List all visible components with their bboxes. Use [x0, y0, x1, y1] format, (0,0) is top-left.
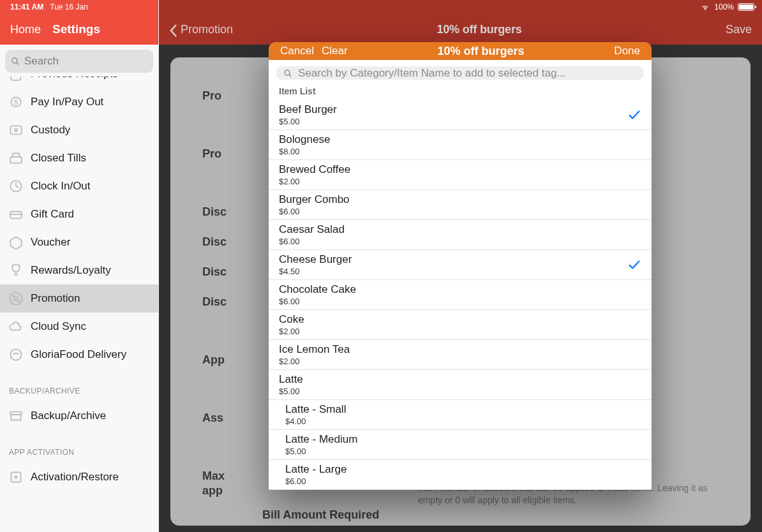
item-name: Brewed Coffee: [279, 163, 641, 176]
sidebar-list-clip: Previous Receipts $ Pay In/Pay Out Custo…: [0, 77, 158, 532]
item-row[interactable]: Latte$5.00: [269, 370, 652, 400]
item-list[interactable]: Beef Burger$5.00Bolognese$8.00Brewed Cof…: [269, 100, 652, 490]
item-row[interactable]: Coke$2.00: [269, 310, 652, 340]
sidebar-item-label: Custody: [31, 124, 70, 137]
sidebar-item-closed-tills[interactable]: Closed Tills: [0, 144, 158, 172]
sidebar-list[interactable]: Previous Receipts $ Pay In/Pay Out Custo…: [0, 77, 158, 491]
item-name: Burger Combo: [279, 193, 641, 206]
sidebar-item-label: Promotion: [31, 292, 80, 305]
sidebar-item-rewards[interactable]: Rewards/Loyalty: [0, 256, 158, 284]
sidebar-item-pay-in-out[interactable]: $ Pay In/Pay Out: [0, 88, 158, 116]
save-button[interactable]: Save: [726, 23, 752, 36]
item-price: $5.00: [285, 447, 641, 456]
sidebar-item-voucher[interactable]: Voucher: [0, 228, 158, 256]
archive-icon: [8, 408, 24, 424]
svg-line-17: [13, 296, 19, 302]
item-name: Ice Lemon Tea: [279, 343, 641, 356]
sidebar-item-label: Closed Tills: [31, 152, 86, 165]
sidebar-item-gloriafood[interactable]: GloriaFood Delivery: [0, 341, 158, 369]
clear-button[interactable]: Clear: [322, 45, 348, 57]
item-row[interactable]: Latte - Medium$5.00: [269, 430, 652, 460]
home-button[interactable]: Home: [10, 23, 41, 36]
sidebar-item-label: Cloud Sync: [31, 320, 86, 333]
svg-point-0: [12, 58, 17, 63]
sidebar-item-label: Activation/Restore: [31, 471, 119, 484]
item-row[interactable]: Brewed Coffee$2.00: [269, 160, 652, 190]
item-price: $6.00: [279, 207, 641, 216]
item-row[interactable]: Caesar Salad$6.00: [269, 220, 652, 250]
sidebar-item-cloud-sync[interactable]: Cloud Sync: [0, 313, 158, 341]
page-title: 10% off burgers: [233, 23, 726, 36]
dimmed-bill-label: Bill Amount Required: [262, 508, 379, 522]
svg-point-18: [13, 295, 15, 297]
sidebar-item-label: Gift Card: [31, 208, 74, 221]
item-name: Beef Burger: [279, 103, 627, 116]
svg-point-8: [15, 129, 17, 131]
modal-search-placeholder: Search by Category/Item Name to add to s…: [298, 67, 566, 80]
gift-icon: [8, 206, 24, 223]
voucher-icon: [8, 234, 24, 251]
status-time: 11:41 AM: [10, 3, 43, 11]
sidebar-item-promotion[interactable]: Promotion: [0, 284, 158, 313]
list-section-header: Item List: [269, 84, 652, 100]
battery-icon: [738, 3, 754, 11]
svg-rect-7: [10, 126, 21, 135]
item-row[interactable]: Cheese Burger$4.50: [269, 250, 652, 280]
item-name: Cheese Burger: [279, 253, 627, 266]
item-row[interactable]: Burger Combo$6.00: [269, 190, 652, 220]
sidebar-item-label: Clock In/Out: [31, 180, 91, 193]
back-button[interactable]: Promotion: [169, 23, 233, 36]
delivery-icon: [8, 346, 24, 363]
item-price: $2.00: [279, 327, 641, 336]
item-name: Latte - Small: [285, 403, 641, 416]
sidebar: 11:41 AM Tue 16 Jan Home Settings Search…: [0, 0, 159, 532]
svg-rect-14: [10, 212, 21, 219]
item-price: $2.00: [279, 357, 641, 366]
item-name: Chocolate Cake: [279, 283, 641, 296]
item-row[interactable]: Ice Lemon Tea$2.00: [269, 340, 652, 370]
clock-icon: [8, 178, 24, 195]
sidebar-item-custody[interactable]: Custody: [0, 116, 158, 144]
modal-search[interactable]: Search by Category/Item Name to add to s…: [276, 66, 644, 80]
wifi-icon: [700, 2, 710, 12]
sidebar-search-placeholder: Search: [24, 55, 59, 68]
sidebar-search[interactable]: Search: [5, 50, 153, 73]
item-row[interactable]: Latte - Small$4.00: [269, 400, 652, 430]
item-price: $8.00: [279, 147, 641, 156]
item-name: Bolognese: [279, 133, 641, 146]
sidebar-item-backup[interactable]: Backup/Archive: [0, 402, 158, 430]
battery-label: 100%: [714, 3, 734, 11]
main-header: Promotion 10% off burgers Save: [159, 14, 762, 45]
item-row[interactable]: Chocolate Cake$6.00: [269, 280, 652, 310]
item-row[interactable]: Beef Burger$5.00: [269, 100, 652, 130]
sidebar-item-label: Backup/Archive: [31, 410, 106, 422]
cancel-button[interactable]: Cancel: [280, 45, 314, 57]
svg-rect-9: [10, 157, 21, 163]
svg-line-13: [16, 186, 19, 188]
sidebar-item-label: Previous Receipts: [31, 77, 118, 80]
sidebar-item-previous-receipts[interactable]: Previous Receipts: [0, 77, 158, 88]
item-name: Latte - Large: [285, 463, 641, 476]
item-price: $5.00: [279, 387, 641, 396]
custody-icon: [8, 122, 24, 138]
item-name: Coke: [279, 313, 641, 326]
sidebar-item-label: GloriaFood Delivery: [31, 348, 126, 361]
item-picker-modal: Cancel Clear 10% off burgers Done Search…: [269, 42, 652, 490]
chevron-left-icon: [169, 23, 178, 36]
status-bar-right: 100%: [159, 0, 762, 14]
till-icon: [8, 150, 24, 166]
check-icon: [627, 258, 641, 272]
svg-point-20: [10, 349, 21, 360]
check-icon: [627, 108, 641, 122]
sidebar-item-clock[interactable]: Clock In/Out: [0, 172, 158, 200]
cash-icon: $: [8, 94, 24, 110]
done-button[interactable]: Done: [614, 45, 640, 57]
sidebar-item-activation[interactable]: Activation/Restore: [0, 463, 158, 491]
svg-text:$: $: [14, 98, 18, 106]
item-price: $4.50: [279, 267, 627, 276]
item-row[interactable]: Latte - Large$6.00: [269, 460, 652, 490]
item-row[interactable]: Bolognese$8.00: [269, 130, 652, 160]
item-price: $2.00: [279, 177, 641, 186]
sidebar-item-gift-card[interactable]: Gift Card: [0, 200, 158, 228]
item-price: $6.00: [279, 237, 641, 246]
